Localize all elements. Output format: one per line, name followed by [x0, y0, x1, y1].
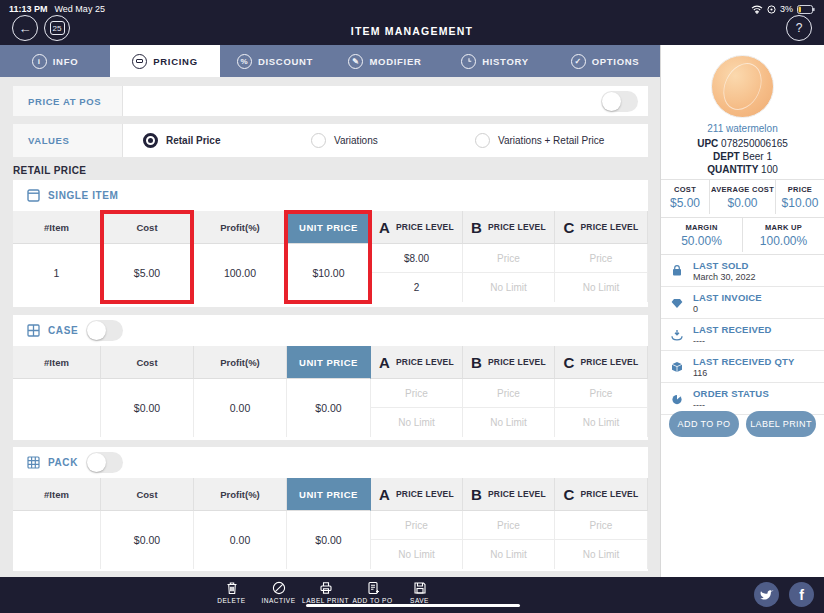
- cost-stats-row: COST $5.00 AVERAGE COST $0.00 PRICE $10.…: [661, 180, 824, 214]
- list-item-last-invoice: LAST INVOICE0: [661, 287, 824, 319]
- col-cost: Cost: [101, 478, 194, 511]
- order-status-icon: [669, 392, 685, 406]
- tab-pricing[interactable]: PRICING: [110, 45, 220, 77]
- cell-cost[interactable]: $0.00: [101, 511, 194, 569]
- tool-label: DELETE: [217, 597, 245, 604]
- price-at-pos-toggle[interactable]: [601, 91, 638, 112]
- radio-label: Retail Price: [166, 135, 220, 146]
- stat-cost: COST $5.00: [661, 180, 709, 214]
- radio-retail-price[interactable]: Retail Price: [143, 124, 220, 157]
- label-print-action[interactable]: LABEL PRINT: [302, 580, 349, 604]
- values-label: VALUES: [13, 124, 123, 157]
- discount-icon: %: [237, 54, 252, 69]
- cell-unit-price[interactable]: $0.00: [287, 511, 371, 569]
- tab-discount[interactable]: % DISCOUNT: [220, 45, 330, 77]
- delete-button[interactable]: DELETE: [208, 580, 255, 604]
- level-limit-input[interactable]: No Limit: [463, 273, 554, 302]
- list-item-last-received-qty: LAST RECEIVED QTY116: [661, 351, 824, 383]
- col-unit-price: UNIT PRICE: [287, 478, 371, 511]
- level-price-input[interactable]: Price: [463, 244, 554, 273]
- level-limit-input[interactable]: No Limit: [463, 408, 554, 437]
- level-limit-input[interactable]: 2: [371, 273, 462, 302]
- status-date: Wed May 25: [55, 4, 105, 14]
- level-price-input[interactable]: Price: [555, 511, 647, 540]
- help-button[interactable]: ?: [786, 15, 812, 41]
- dept-line: DEPT Beer 1: [661, 150, 824, 163]
- level-price-input[interactable]: Price: [463, 511, 554, 540]
- tab-info[interactable]: i INFO: [0, 45, 110, 77]
- cell-unit-price[interactable]: $0.00: [287, 379, 371, 437]
- pack-toggle[interactable]: [86, 452, 123, 473]
- margin-stats-row: MARGIN 50.00% MARK UP 100.00%: [661, 218, 824, 252]
- cell-cost[interactable]: $0.00: [101, 379, 194, 437]
- quantity-line: QUANTITY 100: [661, 163, 824, 176]
- level-price-input[interactable]: Price: [555, 379, 647, 408]
- orientation-lock-icon: [767, 5, 776, 14]
- tab-modifier[interactable]: ✎ MODIFIER: [330, 45, 440, 77]
- facebook-button[interactable]: f: [789, 582, 814, 607]
- twitter-button[interactable]: [754, 582, 779, 607]
- inactive-button[interactable]: INACTIVE: [255, 580, 302, 604]
- cell-unit-price[interactable]: $10.00: [287, 244, 371, 302]
- level-price-input[interactable]: Price: [555, 244, 647, 273]
- single-item-table-header: #Item Cost Profit(%) UNIT PRICE APRICE L…: [13, 211, 648, 244]
- cell-item: [13, 379, 101, 437]
- cell-profit[interactable]: 0.00: [194, 511, 287, 569]
- col-unit-price: UNIT PRICE: [287, 211, 371, 244]
- cell-level-b: Price No Limit: [463, 244, 555, 302]
- level-price-input[interactable]: Price: [463, 379, 554, 408]
- tab-options[interactable]: ✓ OPTIONS: [550, 45, 660, 77]
- level-limit-input[interactable]: No Limit: [371, 540, 462, 569]
- calendar-button[interactable]: 25: [44, 15, 70, 41]
- cell-cost[interactable]: $5.00: [101, 244, 194, 302]
- level-limit-input[interactable]: No Limit: [555, 540, 647, 569]
- col-cost: Cost: [101, 211, 194, 244]
- level-price-input[interactable]: $8.00: [371, 244, 462, 273]
- stat-markup: MARK UP 100.00%: [742, 218, 824, 252]
- cell-profit[interactable]: 100.00: [194, 244, 287, 302]
- radio-label: Variations + Retail Price: [498, 135, 604, 146]
- level-limit-input[interactable]: No Limit: [555, 273, 647, 302]
- tab-history[interactable]: HISTORY: [440, 45, 550, 77]
- battery-icon: [797, 5, 815, 14]
- level-limit-input[interactable]: No Limit: [371, 408, 462, 437]
- add-to-po-action[interactable]: ADD TO PO: [349, 580, 396, 604]
- level-limit-input[interactable]: No Limit: [463, 540, 554, 569]
- level-price-input[interactable]: Price: [371, 511, 462, 540]
- case-icon: [27, 324, 40, 337]
- radio-variations[interactable]: Variations: [311, 124, 378, 157]
- pack-panel: PACK #Item Cost Profit(%) UNIT PRICE APR…: [13, 447, 648, 571]
- col-price-level-a: APRICE LEVEL: [371, 211, 463, 244]
- product-image[interactable]: [711, 55, 774, 118]
- cell-level-c: Price No Limit: [555, 244, 648, 302]
- received-qty-icon: [669, 360, 685, 374]
- help-icon: ?: [796, 21, 803, 35]
- level-limit-input[interactable]: No Limit: [555, 408, 647, 437]
- radio-unselected-icon: [311, 133, 326, 148]
- retail-price-caption: RETAIL PRICE: [13, 165, 86, 176]
- cell-level-a: $8.00 2: [371, 244, 463, 302]
- product-meta: UPC 078250006165 DEPT Beer 1 QUANTITY 10…: [661, 137, 824, 176]
- save-button[interactable]: SAVE: [396, 580, 443, 604]
- case-toggle[interactable]: [86, 320, 123, 341]
- tool-label: SAVE: [410, 597, 429, 604]
- calendar-icon: 25: [50, 21, 65, 35]
- item-management-screen: 11:13 PMWed May 25 3% ITEM MANAGEMENT ← …: [0, 0, 824, 613]
- col-cost: Cost: [101, 346, 194, 379]
- radio-variations-retail[interactable]: Variations + Retail Price: [475, 124, 604, 157]
- battery-percent: 3%: [780, 4, 793, 14]
- col-item: #Item: [13, 346, 101, 379]
- back-button[interactable]: ←: [12, 15, 38, 41]
- level-price-input[interactable]: Price: [371, 379, 462, 408]
- tab-label: MODIFIER: [369, 56, 421, 67]
- radio-label: Variations: [334, 135, 378, 146]
- label-print-button[interactable]: LABEL PRINT: [746, 411, 816, 437]
- tool-label: ADD TO PO: [352, 597, 392, 604]
- tab-label: OPTIONS: [592, 56, 640, 67]
- cell-profit[interactable]: 0.00: [194, 379, 287, 437]
- pricing-content: PRICE AT POS VALUES Retail Price Variati…: [0, 77, 660, 577]
- home-indicator[interactable]: [306, 604, 520, 607]
- add-to-po-button[interactable]: ADD TO PO: [669, 411, 739, 437]
- pack-icon: [27, 456, 40, 469]
- single-item-icon: [27, 189, 40, 202]
